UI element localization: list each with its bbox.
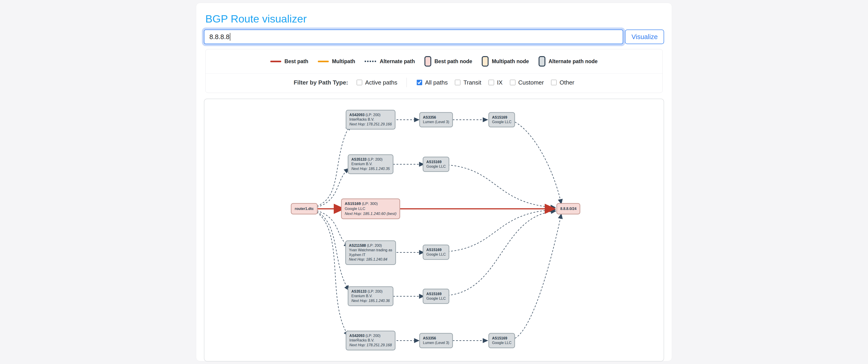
node-as15169-path1[interactable]: AS15169 Google LLC [488,112,515,128]
visualize-button[interactable]: Visualize [625,30,664,44]
app-card: BGP Route visualizer Visualize Best path… [196,3,672,361]
edge-router-to-as42093-top [317,125,350,206]
edge-as15169-upper-to-destination [447,165,555,207]
other-checkbox[interactable] [551,80,557,85]
transit-checkbox[interactable] [455,80,460,85]
ip-input-wrap [204,30,623,44]
filter-checkbox-customer[interactable]: Customer [509,79,544,86]
node-as15169-path2[interactable]: AS15169 Google LLC [423,157,449,172]
best-path-line-swatch [270,61,281,62]
node-as15169-path6[interactable]: AS15169 Google LLC [488,333,515,348]
ix-checkbox[interactable] [489,80,494,85]
legend-item-alternate-path: Alternate path [365,58,415,65]
alternate-path-line-swatch [365,61,376,62]
node-as3356-path6[interactable]: AS3356 Lumen (Level 3) [419,333,453,348]
node-as3356-path1[interactable]: AS3356 Lumen (Level 3) [419,112,453,128]
node-as15169-path4[interactable]: AS15169 Google LLC [423,245,449,260]
page-title: BGP Route visualizer [205,12,663,25]
node-destination-prefix[interactable]: 8.8.8.0/24 [556,203,580,214]
edge-router-to-as35133-lower [317,211,349,290]
node-as211588-path4[interactable]: AS211588 (LP: 200) Yvan Watchman trading… [345,240,396,265]
graph-canvas: router1.dtc AS42093 (LP: 200) InterRacks… [204,99,664,362]
alternate-path-node-swatch [538,56,546,67]
all-paths-checkbox[interactable] [417,80,422,85]
graph-edges [205,99,664,362]
active-paths-checkbox[interactable] [357,80,362,85]
filter-checkbox-other[interactable]: Other [550,79,574,86]
ip-address-input[interactable] [204,30,623,44]
node-as35133-path2[interactable]: AS35133 (LP: 200) Eranium B.V. Next Hop:… [348,154,393,174]
text-caret [230,33,230,41]
legend-item-best-path-node: Best path node [425,56,472,67]
filter-row: Filter by Path Type: Active paths All pa… [206,74,662,93]
multipath-node-swatch [482,56,489,67]
filter-title: Filter by Path Type: [294,79,348,86]
edge-as15169-bottom-to-destination [515,214,561,338]
search-row: Visualize [204,30,664,44]
filter-checkbox-all-paths[interactable]: All paths [416,79,448,86]
customer-checkbox[interactable] [510,80,516,85]
edge-as15169-mid-to-destination [447,210,555,252]
node-router1-dtc[interactable]: router1.dtc [291,203,318,214]
node-as35133-path5[interactable]: AS35133 (LP: 200) Eranium B.V. Next Hop:… [348,286,393,306]
node-as15169-best[interactable]: AS15169 (LP: 300) Google LLC Next Hop: 1… [341,198,400,219]
multipath-line-swatch [318,61,329,62]
node-as42093-path1[interactable]: AS42093 (LP: 200) InterRacks B.V. Next H… [346,110,396,130]
legend-item-best-path: Best path [270,58,308,65]
node-as42093-path6[interactable]: AS42093 (LP: 200) InterRacks B.V. Next H… [346,331,396,351]
edge-as15169-lower-to-destination [447,211,556,295]
legend-panel: Best path Multipath Alternate path Best … [205,49,663,93]
filter-checkbox-transit[interactable]: Transit [454,79,481,86]
node-as15169-path5[interactable]: AS15169 Google LLC [423,289,449,304]
edge-router-to-as42093-bottom [317,212,348,336]
filter-checkbox-active-paths[interactable]: Active paths [356,79,397,86]
legend-row: Best path Multipath Alternate path Best … [206,49,662,74]
graph-stage: router1.dtc AS42093 (LP: 200) InterRacks… [205,99,664,362]
filter-divider [406,78,407,87]
edge-as15169-top-to-destination [515,122,561,204]
legend-item-multipath: Multipath [318,58,355,65]
best-path-node-swatch [425,56,431,67]
legend-item-alternate-path-node: Alternate path node [538,56,598,67]
filter-checkbox-ix[interactable]: IX [488,79,503,86]
legend-item-multipath-node: Multipath node [482,56,529,67]
